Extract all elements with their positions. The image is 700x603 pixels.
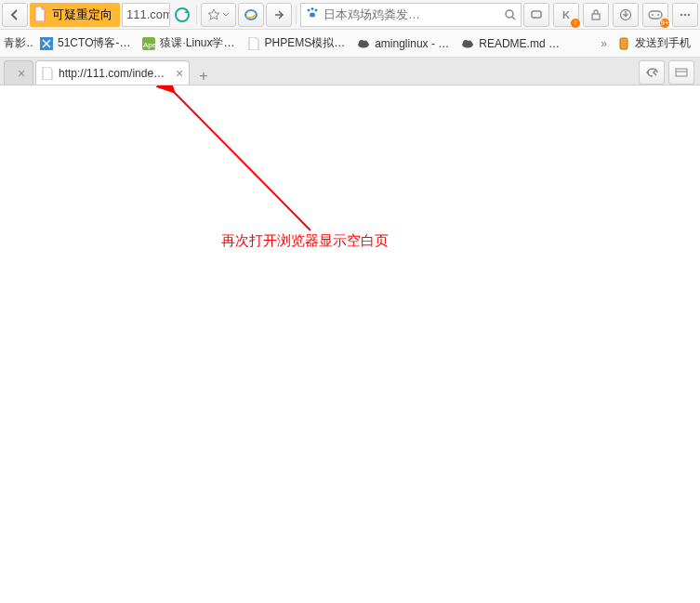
redirect-warning-badge[interactable]: 可疑重定向 [30,3,120,27]
tabs-bar: × http://111.com/index… × + [0,58,700,85]
new-tab-button[interactable]: + [192,68,215,85]
right-toolbar-buttons: K ! 9+ [523,3,698,27]
svg-rect-27 [676,69,687,76]
svg-line-28 [173,91,310,230]
file-icon [246,36,261,51]
cloud-icon [356,36,371,51]
search-box[interactable] [300,3,522,27]
k-button[interactable]: K ! [553,3,579,27]
svg-text:Ape: Ape [143,41,155,49]
bookmarks-overflow[interactable]: » [597,37,611,50]
bookmark-label: README.md … [479,37,560,50]
svg-point-16 [688,13,691,16]
undo-icon [644,67,659,78]
search-icon[interactable] [504,8,517,21]
bookmark-icon: Ape [141,36,156,51]
ie-icon [244,7,258,22]
bookmark-label: PHPEMS模拟… [265,35,346,51]
svg-point-15 [684,13,687,16]
tabs-right-controls [639,60,696,85]
bookmark-readme[interactable]: README.md … [455,33,565,55]
svg-point-2 [308,9,310,12]
svg-point-12 [652,14,654,16]
ie-mode-button[interactable] [238,3,264,27]
undo-close-button[interactable] [639,60,665,85]
svg-point-0 [176,8,189,21]
annotation-text: 再次打开浏览器显示空白页 [221,232,389,250]
svg-rect-7 [532,11,541,18]
address-bar[interactable]: 111.com [122,3,170,27]
svg-point-22 [363,40,368,45]
bookmark-label: 51CTO博客-… [58,35,130,51]
k-icon: K [560,8,573,21]
bookmark-icon [39,36,54,51]
dropdown-icon [222,11,230,19]
chevron-left-icon [10,9,20,20]
download-icon [619,8,632,21]
tab-list-button[interactable] [668,60,694,85]
svg-rect-9 [592,14,600,20]
bookmark-ape[interactable]: Ape 猿课·Linux学… [136,33,240,55]
svg-point-4 [315,9,318,12]
main-toolbar: 可疑重定向 111.com K ! [0,0,700,30]
notification-badge: ! [571,19,580,28]
bookmark-label: aminglinux - … [375,37,449,50]
bookmark-left-trunc[interactable]: 青影… [4,33,33,55]
message-icon [530,8,543,21]
tab-close-icon[interactable]: × [18,66,25,81]
tab-favicon [42,67,55,80]
svg-rect-26 [620,38,627,49]
svg-point-25 [468,40,472,45]
bookmarks-bar: 青影… 51CTO博客-… Ape 猿课·Linux学… PHPEMS模拟… a… [0,30,700,58]
star-icon [207,8,220,21]
svg-rect-11 [649,11,662,19]
tab-close-icon[interactable]: × [176,66,183,81]
cloud-icon [460,36,475,51]
svg-point-5 [310,13,315,18]
lock-icon [589,8,602,21]
svg-point-6 [506,10,513,18]
tab-active[interactable]: http://111.com/index… × [35,60,190,85]
bookmark-aminglinux[interactable]: aminglinux - … [350,33,455,55]
lock-button[interactable] [583,3,609,27]
game-badge: 9+ [660,19,669,28]
more-icon [679,8,692,21]
list-icon [675,68,688,77]
search-input[interactable] [324,7,504,21]
forward-button[interactable] [266,3,292,27]
address-text: 111.com [126,7,170,21]
bookmark-51cto[interactable]: 51CTO博客-… [33,33,136,55]
back-button[interactable] [2,3,28,27]
svg-text:K: K [562,9,570,20]
favorites-button[interactable] [201,3,236,27]
bookmark-label: 猿课·Linux学… [160,35,234,51]
refresh-icon [174,7,191,23]
refresh-button[interactable] [172,3,192,27]
message-button[interactable] [523,3,549,27]
bookmark-phpems[interactable]: PHPEMS模拟… [241,33,351,55]
annotation-arrow [0,85,409,327]
send-phone-label: 发送到手机 [635,35,691,51]
arrow-right-icon [273,9,284,20]
tab-blank[interactable]: × [4,60,33,85]
more-button[interactable] [672,3,698,27]
svg-point-14 [680,13,683,16]
phone-icon [616,36,631,51]
svg-point-3 [311,7,314,10]
file-warning-icon [33,7,46,24]
send-to-phone[interactable]: 发送到手机 [611,33,696,55]
warning-text: 可疑重定向 [52,7,112,23]
download-button[interactable] [613,3,639,27]
tab-title: http://111.com/index… [59,67,170,80]
game-button[interactable]: 9+ [642,3,668,27]
separator [196,6,197,24]
baidu-paw-icon [305,6,320,23]
page-content: 再次打开浏览器显示空白页 [0,85,700,603]
separator [296,6,297,24]
svg-point-13 [657,14,659,16]
